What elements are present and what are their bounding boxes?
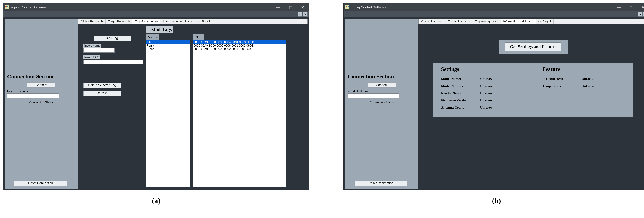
hostname-label: Insert Hostname [7,90,76,93]
window-b: Impinj Control Software — □ ✕ - X Connec… [344,3,644,190]
toolbar-strip: - X [4,11,309,18]
minimize-button[interactable]: — [272,4,284,11]
connection-panel: Connection Section Connect Insert Hostna… [5,19,78,189]
insert-name-group: Insert Name [83,44,141,52]
toolbar-close-button[interactable]: X [303,12,308,16]
insert-epc-input[interactable] [83,60,143,64]
add-tag-button[interactable]: Add Tag [94,36,131,41]
delete-tag-button[interactable]: Delete Selected Tag [83,82,121,88]
refresh-button[interactable]: Refresh [83,90,121,96]
window-wrap-a: Impinj Control Software — □ ✕ - X Connec… [3,3,309,215]
info-key: Temperature: [542,84,577,88]
info-grid: Settings Model Name:UnknowModel Number:U… [433,63,633,117]
tab-page5[interactable]: tabPage5 [196,19,213,24]
minimize-button[interactable]: — [612,4,625,11]
tab-target-research[interactable]: Target Research [106,19,132,24]
info-key: Reader Name: [441,91,476,95]
feature-heading: Feature [542,66,625,72]
info-row: Temperature:Unkonw [542,84,625,88]
toolbar-min-button[interactable]: - [298,12,302,16]
tag-left-panel: Add Tag Insert Name Insert EPC Delete Se… [80,26,144,187]
window-a: Impinj Control Software — □ ✕ - X Connec… [3,3,309,190]
name-column: Name TitanFenixKineo [146,34,190,187]
info-value: Unknow [480,98,492,102]
settings-heading: Settings [441,66,524,72]
tab-tag-management[interactable]: Tag Menagement [132,19,160,24]
info-value: Unknow [480,91,492,95]
tab-global-research[interactable]: Global Research [418,19,446,24]
info-row: Reader Name:Unknow [441,91,524,95]
app-title: Impinj Control Software [10,5,46,9]
insert-epc-group: Insert EPC [83,56,141,64]
tab-tag-management[interactable]: Tag Menagement [473,19,501,24]
list-item[interactable]: Kineo [146,47,190,51]
toolbar-close-button[interactable]: X [643,12,644,16]
info-key: Antenna Count: [441,106,476,110]
get-settings-panel: Get Settings and Feature [499,40,567,54]
app-icon [5,6,9,9]
app-icon [345,6,349,9]
tag-lists: Name TitanFenixKineo EPC 0000 00A9 3C00 … [146,34,305,187]
epc-listbox[interactable]: 0000 00A9 3C00 0000 000A 0001 0000 0DE80… [193,40,286,187]
tab-target-research[interactable]: Target Research [446,19,473,24]
tabs: Global Research Target Research Tag Mena… [418,19,644,24]
info-key: Is Connected: [542,77,577,81]
list-item[interactable]: Titan [146,40,190,44]
list-item[interactable]: 0000 00A9 3C00 0000 0006 0001 0000 09DB [193,44,286,47]
info-key: Model Number: [441,84,476,88]
caption-b: (b) [492,196,501,205]
info-value: Unknow [480,84,492,88]
info-value: Unknow [480,77,492,81]
info-row: Antenna Count:Unknow [441,106,524,110]
hostname-input[interactable] [7,94,59,98]
name-column-header: Name [146,34,159,40]
reset-connection-button[interactable]: Reset Connection [354,180,408,186]
reset-connection-button[interactable]: Reset Connection [14,180,67,186]
tag-right-panel: List of Tags Name TitanFenixKineo EPC 00… [144,26,305,187]
spacer [83,67,141,80]
toolbar-right: - X [638,12,644,16]
insert-name-label: Insert Name [83,44,101,48]
toolbar-min-button[interactable]: - [638,12,642,16]
connect-button[interactable]: Connect [27,82,56,88]
info-row: Firmware Version:Unknow [441,98,524,102]
info-value: Unknow [480,106,492,110]
epc-column: EPC 0000 00A9 3C00 0000 000A 0001 0000 0… [193,34,286,187]
toolbar-right: - X [298,12,308,16]
connection-status-label: Connection Status [7,101,76,104]
info-row: Model Name:Unknow [441,77,524,81]
maximize-button[interactable]: □ [284,4,297,11]
app-title: Impinj Control Software [351,5,386,9]
hostname-input[interactable] [348,94,399,98]
info-key: Firmware Version: [441,98,476,102]
name-listbox[interactable]: TitanFenixKineo [146,40,190,187]
insert-name-input[interactable] [83,48,114,52]
tab-information-status[interactable]: Information and Status [160,19,196,24]
list-item[interactable]: 0000 00A9 3C00 0000 0002 0001 0000 044C [193,47,286,51]
get-settings-button[interactable]: Get Settings and Feature [505,42,561,51]
main-panel: Global Research Target Research Tag Mena… [418,19,644,189]
main-panel: Global Research Target Research Tag Mena… [78,19,308,189]
feature-column: Feature Is Connected:UnknowTemperature:U… [542,66,625,113]
insert-epc-label: Insert EPC [83,56,100,60]
tab-global-research[interactable]: Global Research [78,19,106,24]
list-of-tags-title: List of Tags [146,26,173,32]
titlebar: Impinj Control Software — □ ✕ [344,4,644,11]
connect-button[interactable]: Connect [368,82,396,88]
maximize-button[interactable]: □ [625,4,637,11]
hostname-label: Insert Hostname [348,90,416,93]
close-button[interactable]: ✕ [297,4,309,11]
tab-page5[interactable]: tabPage5 [536,19,554,24]
connection-title: Connection Section [348,73,416,80]
info-key: Model Name: [441,77,476,81]
list-item[interactable]: 0000 00A9 3C00 0000 000A 0001 0000 0DE8 [193,40,286,44]
connection-panel: Connection Section Connect Insert Hostna… [345,19,418,189]
info-value: Unknow [582,77,594,81]
close-button[interactable]: ✕ [637,4,644,11]
title-controls: — □ ✕ [612,4,644,11]
list-item[interactable]: Fenix [146,44,190,47]
tab-information-status[interactable]: Information and Status [501,19,536,24]
toolbar-strip: - X [344,11,644,18]
epc-column-header: EPC [193,34,204,40]
title-controls: — □ ✕ [272,4,309,11]
